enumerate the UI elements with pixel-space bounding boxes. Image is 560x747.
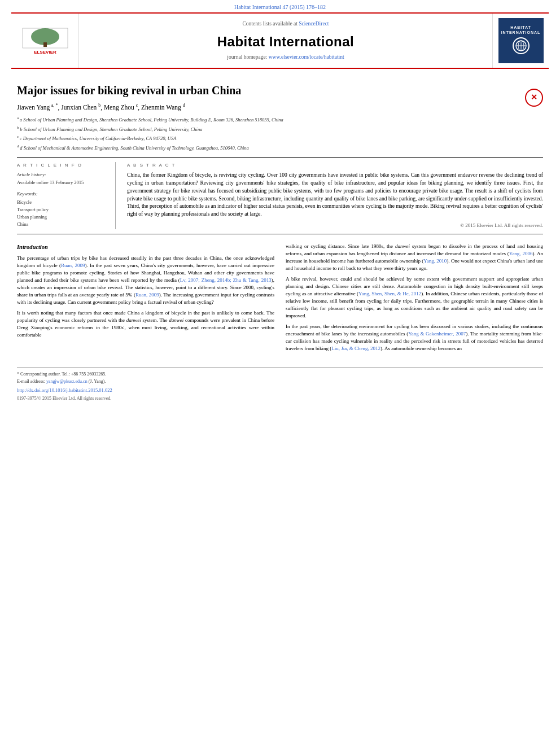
ref-ruan-2009-2[interactable]: Ruan, 2009	[135, 292, 159, 298]
article-title: Major issues for biking revival in urban…	[17, 83, 543, 98]
journal-citation-bar: Habitat International 47 (2015) 176–182	[0, 0, 560, 12]
intro-para-2: It is worth noting that many factors tha…	[17, 309, 274, 339]
author-jiawen: Jiawen Yang	[17, 104, 51, 111]
divider-body	[17, 234, 543, 234]
article-history-label: Article history:	[17, 172, 107, 178]
footer-section: * Corresponding author. Tel.: +86 755 26…	[17, 367, 543, 401]
svg-rect-2	[43, 42, 47, 47]
ref-liu-jia[interactable]: Liu, Jia, & Cheng, 2012	[331, 346, 380, 351]
ref-yang-shen[interactable]: Yang, Shen, Shen, & He, 2012	[358, 291, 421, 296]
intro-para-1: The percentage of urban trips by bike ha…	[17, 255, 274, 306]
introduction-heading: Introduction	[17, 243, 274, 251]
affiliations: a a School of Urban Planning and Design,…	[17, 115, 543, 151]
affil-b: b b School of Urban Planning and Design,…	[17, 125, 543, 133]
title-row: ✕ Major issues for biking revival in urb…	[17, 83, 543, 98]
svg-text:ELSEVIER: ELSEVIER	[34, 50, 56, 55]
email-note: E-mail address: yangjw@pkusz.edu.cn (J. …	[17, 378, 543, 385]
right-para-3: In the past years, the deteriorating env…	[286, 323, 543, 352]
journal-main-title: Habitat International	[217, 32, 355, 51]
sciencedirect-link[interactable]: ScienceDirect	[299, 21, 329, 27]
habitat-logo-area: HABITATINTERNATIONAL	[492, 14, 549, 68]
article-info-column: A R T I C L E I N F O Article history: A…	[17, 162, 116, 229]
affil-c: c c Department of Mathematics, Universit…	[17, 134, 543, 142]
ref-yang-2006[interactable]: Yang, 2006	[509, 251, 533, 256]
ref-yang-gakenheimer[interactable]: Yang & Gakenheimer, 2007	[408, 331, 466, 337]
ref-ruan-2009-1[interactable]: Ruan, 2009	[61, 263, 85, 268]
doi-line: http://dx.doi.org/10.1016/j.habitatint.2…	[17, 387, 543, 394]
affil-a: a a School of Urban Planning and Design,…	[17, 115, 543, 124]
body-right-column: walking or cycling distance. Since late …	[286, 243, 543, 356]
doi-link[interactable]: http://dx.doi.org/10.1016/j.habitatint.2…	[17, 387, 112, 393]
habitat-logo-text: HABITATINTERNATIONAL	[501, 25, 541, 35]
body-section: Introduction The percentage of urban tri…	[17, 243, 543, 356]
crossmark-button[interactable]: ✕	[525, 89, 543, 107]
journal-header: ELSEVIER Contents lists available at Sci…	[11, 12, 549, 69]
authors-line: Jiawen Yang a, *, Junxian Chen b, Meng Z…	[17, 102, 543, 112]
article-info-abstract-section: A R T I C L E I N F O Article history: A…	[17, 162, 543, 229]
keyword-urban: Urban planning	[17, 214, 107, 221]
journal-homepage-line: journal homepage: www.elsevier.com/locat…	[227, 54, 344, 61]
habitat-logo: HABITATINTERNATIONAL	[498, 18, 544, 63]
right-para-1: walking or cycling distance. Since late …	[286, 243, 543, 272]
elsevier-logo-area: ELSEVIER	[11, 14, 79, 68]
right-para-2: A bike revival, however, could and shoul…	[286, 276, 543, 320]
author-email[interactable]: yangjw@pkusz.edu.cn	[46, 379, 88, 384]
copyright-line: © 2015 Elsevier Ltd. All rights reserved…	[127, 222, 543, 229]
body-left-column: Introduction The percentage of urban tri…	[17, 243, 274, 356]
habitat-globe-icon	[513, 37, 530, 54]
elsevier-logo-svg: ELSEVIER	[20, 25, 71, 56]
keyword-transport: Transport policy	[17, 207, 107, 213]
corresponding-author-note: * Corresponding author. Tel.: +86 755 26…	[17, 371, 543, 377]
journal-title-area: Contents lists available at ScienceDirec…	[79, 14, 492, 68]
available-online-date: Available online 13 February 2015	[17, 180, 107, 186]
journal-citation: Habitat International 47 (2015) 176–182	[234, 4, 326, 10]
keyword-china: China	[17, 221, 107, 228]
journal-homepage-link[interactable]: www.elsevier.com/locate/habitatint	[269, 54, 344, 60]
abstract-heading: A B S T R A C T	[127, 162, 543, 168]
ref-yang-2010[interactable]: Yang, 2010	[423, 258, 447, 264]
abstract-column: A B S T R A C T China, the former Kingdo…	[127, 162, 543, 229]
keywords-label: Keywords:	[17, 191, 107, 198]
article-info-heading: A R T I C L E I N F O	[17, 162, 107, 168]
main-content: ✕ Major issues for biking revival in urb…	[0, 69, 560, 407]
affil-d: d d School of Mechanical & Automotive En…	[17, 143, 543, 152]
contents-line: Contents lists available at ScienceDirec…	[242, 20, 329, 28]
divider-top	[17, 157, 543, 158]
keyword-bicycle: Bicycle	[17, 199, 107, 206]
abstract-text: China, the former Kingdom of bicycle, is…	[127, 172, 543, 219]
issn-line: 0197-3975/© 2015 Elsevier Ltd. All right…	[17, 395, 543, 401]
ref-lv-2007[interactable]: Lv, 2007; Zheng, 2014b; Zhu & Tang, 2013	[180, 277, 272, 283]
